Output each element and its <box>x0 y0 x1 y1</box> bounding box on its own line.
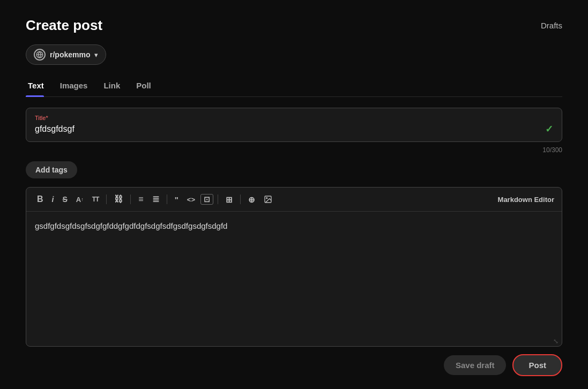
footer-row: Save draft Post <box>26 354 562 376</box>
resize-icon: ⤡ <box>553 338 559 345</box>
checkmark-icon: ✓ <box>545 123 553 135</box>
subreddit-icon <box>34 49 46 61</box>
toolbar-divider-2 <box>130 194 131 204</box>
chevron-down-icon: ▾ <box>94 51 98 59</box>
drafts-link[interactable]: Drafts <box>541 21 562 30</box>
title-value[interactable]: gfdsgfdsgf <box>35 124 75 134</box>
editor-container: B i S A↑ TT ⛓ ≡ ≣ " <> ⊡ ⊞ ⊕ <box>26 187 562 347</box>
post-button[interactable]: Post <box>512 354 562 376</box>
editor-body[interactable]: gsdfgfdsgfdsgfsdgfgfddgfgdfdgfsdgfsdfgsd… <box>26 212 562 336</box>
subreddit-selector[interactable]: r/pokemmo ▾ <box>26 44 106 65</box>
svg-point-3 <box>266 198 267 199</box>
tab-poll[interactable]: Poll <box>134 77 161 96</box>
code-button[interactable]: <> <box>184 194 198 205</box>
char-count: 10/300 <box>26 146 562 154</box>
toolbar-divider-3 <box>167 194 167 204</box>
title-input-row: gfdsgfdsgf ✓ <box>35 123 553 135</box>
tab-link[interactable]: Link <box>101 77 130 96</box>
bold-button[interactable]: B <box>34 193 47 206</box>
superscript-button[interactable]: A↑ <box>73 194 87 205</box>
bullet-list-button[interactable]: ≡ <box>135 193 146 206</box>
page-title: Create post <box>26 17 102 34</box>
numbered-list-button[interactable]: ≣ <box>149 193 162 206</box>
quote-button[interactable]: " <box>172 193 182 206</box>
add-tags-button[interactable]: Add tags <box>26 161 77 178</box>
resize-handle[interactable]: ⤡ <box>26 336 562 346</box>
image-button[interactable] <box>260 193 276 206</box>
code-block-button[interactable]: ⊡ <box>200 194 213 205</box>
markdown-editor-label[interactable]: Markdown Editor <box>498 196 554 204</box>
link-button[interactable]: ⛓ <box>111 193 126 206</box>
editor-toolbar: B i S A↑ TT ⛓ ≡ ≣ " <> ⊡ ⊞ ⊕ <box>26 188 562 212</box>
title-label: Title* <box>35 115 553 121</box>
toolbar-divider-5 <box>240 194 241 204</box>
spoiler-button[interactable]: ⊕ <box>245 193 258 206</box>
strikethrough-button[interactable]: S <box>59 193 70 205</box>
save-draft-button[interactable]: Save draft <box>444 355 507 375</box>
toolbar-divider-4 <box>218 194 218 204</box>
tab-images[interactable]: Images <box>58 77 98 96</box>
toolbar-divider-1 <box>106 194 107 204</box>
table-button[interactable]: ⊞ <box>222 193 236 206</box>
heading-button[interactable]: TT <box>89 194 102 205</box>
subreddit-name: r/pokemmo <box>50 50 90 59</box>
italic-button[interactable]: i <box>49 193 57 205</box>
tabs-row: Text Images Link Poll <box>26 77 562 97</box>
title-field-container: Title* gfdsgfdsgf ✓ <box>26 108 562 142</box>
header: Create post Drafts <box>26 17 562 34</box>
tab-text[interactable]: Text <box>26 77 54 96</box>
